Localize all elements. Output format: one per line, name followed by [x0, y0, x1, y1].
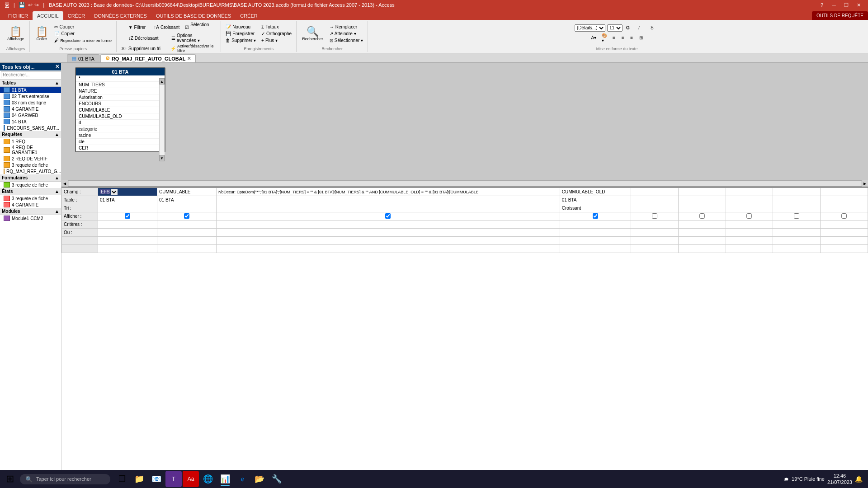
bg-color-btn[interactable]: 🎨▾ [600, 33, 609, 43]
totaux-btn[interactable]: Σ Totaux [259, 24, 293, 30]
field-num-tiers[interactable]: NUM_TIERS [76, 82, 165, 88]
nav-section-tables[interactable]: Tables ▲ [0, 80, 61, 87]
croissant-btn[interactable]: ↑A Croissant [152, 22, 181, 33]
grid-cell-champ-3[interactable]: NbOccur: CpteDom("*";'[01 BTA]';'[NUM_TI… [217, 188, 560, 196]
show-checkbox-5[interactable] [652, 213, 657, 219]
nav-item-3req-fiche-f[interactable]: 3 requete de fiche [0, 182, 61, 188]
h-scroll-right-btn[interactable]: ▶ [862, 180, 868, 187]
taskbar-app-extra[interactable]: 🔧 [269, 471, 285, 487]
affichage-btn[interactable]: 📋 Affichage [5, 25, 27, 42]
nav-item-module1[interactable]: Module1 CCM2 [0, 215, 61, 221]
scroll-down-btn[interactable]: ▼ [159, 155, 165, 161]
show-checkbox-7[interactable] [746, 213, 752, 219]
nav-item-4garantie[interactable]: 4 GARANTIE [0, 106, 61, 112]
align-center-btn[interactable]: ≡ [620, 35, 627, 41]
grid-cell-afficher-8[interactable] [773, 212, 821, 221]
remplacer-btn[interactable]: → Remplacer [328, 24, 365, 30]
field-racine[interactable]: racine [76, 132, 165, 139]
help-btn[interactable]: ? [816, 0, 828, 10]
coller-btn[interactable]: 📋 Coller [33, 25, 51, 42]
tab-donnees-ext[interactable]: DONNÉES EXTERNES [90, 11, 151, 20]
quick-save[interactable]: 💾 [19, 2, 25, 8]
supprimer-tri-btn[interactable]: ✕↑ Supprimer un tri [119, 43, 169, 53]
grid-cell-champ-4[interactable]: CUMMULABLE_OLD [560, 188, 631, 196]
grid-cell-criteres-6[interactable] [678, 221, 726, 229]
copier-btn[interactable]: 📄 Copier [52, 31, 113, 37]
grid-cell-ou-6[interactable] [678, 229, 726, 237]
orthographe-btn[interactable]: ✓ Orthographe [259, 31, 293, 37]
grid-cell-champ-6[interactable] [678, 188, 726, 196]
nav-item-04garweb[interactable]: 04 GARWEB [0, 112, 61, 118]
grid-cell-tri-3[interactable] [217, 204, 560, 212]
tab-accueil[interactable]: ACCUEIL [33, 11, 63, 20]
align-right-btn[interactable]: ≡ [628, 35, 636, 41]
notification-icon[interactable]: 🔔 [855, 475, 863, 483]
taskbar-file-explorer[interactable]: 📁 [131, 471, 147, 487]
align-left-btn[interactable]: ≡ [611, 35, 618, 41]
grid-cell-table-3[interactable] [217, 196, 560, 204]
taskbar-teams[interactable]: T [165, 471, 182, 487]
grid-cell-ou-2[interactable] [157, 229, 217, 237]
options-avancees-btn[interactable]: ☰ Options avancées ▾ [170, 33, 211, 43]
selectionner-btn[interactable]: ⊡ Sélectionner ▾ [328, 38, 365, 43]
atteindre-btn[interactable]: ↗ Atteindre ▾ [328, 31, 365, 37]
doc-tab-01bta[interactable]: ▦ 01 BTA [67, 54, 99, 62]
nav-item-02tiers[interactable]: 02 Tiers entreprise [0, 93, 61, 99]
grid-cell-criteres-5[interactable] [631, 221, 678, 229]
doc-tab-rq-maj[interactable]: ⚙ RQ_MAJ_REF_AUTO_GLOBAL ✕ [100, 54, 196, 62]
grid-lines-btn[interactable]: ⊞ [637, 35, 645, 41]
grid-cell-afficher-7[interactable] [726, 212, 773, 221]
activer-filtre-btn[interactable]: ⚡ Activer/désactiver le filtre [169, 43, 218, 53]
taskbar-excel[interactable]: 📊 [217, 471, 233, 487]
grid-cell-champ-9[interactable] [821, 188, 868, 196]
grid-cell-champ-7[interactable] [726, 188, 773, 196]
field-autorisation[interactable]: Autorisation [76, 94, 165, 101]
grid-cell-table-1[interactable]: 01 BTA [98, 196, 157, 204]
grid-cell-ou-7[interactable] [726, 229, 773, 237]
grid-cell-table-8[interactable] [773, 196, 821, 204]
table-box-header[interactable]: 01 BTA [76, 68, 165, 75]
plus-btn[interactable]: + Plus ▾ [259, 38, 293, 43]
grid-cell-afficher-3[interactable] [217, 212, 560, 221]
supprimer-btn[interactable]: 🗑 Supprimer ▾ [224, 38, 258, 43]
filtre-btn[interactable]: ▼ Filtrer [127, 22, 151, 33]
underline-btn[interactable]: S [649, 25, 659, 31]
field-asterisk[interactable]: * [76, 75, 165, 82]
show-checkbox-4[interactable] [593, 213, 598, 219]
nav-item-3req-fiche[interactable]: 3 requete de fiche [0, 162, 61, 168]
grid-cell-champ-5[interactable] [631, 188, 678, 196]
field-nature[interactable]: NATURE [76, 88, 165, 94]
taskbar-adobe[interactable]: Aa [183, 471, 199, 487]
tab-outils-bdd[interactable]: OUTILS DE BASE DE DONNÉES [151, 11, 236, 20]
nav-item-encours[interactable]: ENCOURS_SANS_AUT... [0, 125, 61, 131]
h-scroll-left-btn[interactable]: ◀ [61, 180, 68, 187]
show-checkbox-6[interactable] [699, 213, 705, 219]
enregistrer-btn[interactable]: 💾 Enregistrer [224, 31, 258, 37]
scroll-up-btn[interactable]: ▲ [159, 78, 165, 84]
grid-cell-criteres-3[interactable] [217, 221, 560, 229]
nav-section-etats[interactable]: États ▲ [0, 188, 61, 195]
taskbar-taskview[interactable]: ❐ [114, 471, 130, 487]
grid-cell-criteres-1[interactable] [98, 221, 157, 229]
quick-undo[interactable]: ↩ [28, 2, 33, 8]
grid-cell-criteres-7[interactable] [726, 221, 773, 229]
nav-item-14bta[interactable]: 14 BTA [0, 118, 61, 125]
tab-outils-requete[interactable]: OUTILS DE REQUÊTE [812, 11, 868, 20]
nouveau-btn[interactable]: 📝 Nouveau [224, 24, 258, 30]
h-scroll-track[interactable] [69, 181, 861, 186]
font-name-select[interactable]: (Détails...) [575, 24, 605, 32]
grid-cell-ou-5[interactable] [631, 229, 678, 237]
grid-cell-ou-1[interactable] [98, 229, 157, 237]
quick-redo[interactable]: ↪ [34, 2, 39, 8]
grid-cell-champ-2[interactable]: CUMMULABLE [157, 188, 217, 196]
close-btn[interactable]: ✕ [853, 0, 864, 10]
taskbar-files[interactable]: 📂 [251, 471, 268, 487]
grid-cell-tri-7[interactable] [726, 204, 773, 212]
show-checkbox-9[interactable] [841, 213, 847, 219]
nav-section-requetes[interactable]: Requêtes ▲ [0, 131, 61, 138]
doc-tab-close-btn[interactable]: ✕ [187, 56, 191, 61]
grid-cell-ou-3[interactable] [217, 229, 560, 237]
nav-search-input[interactable] [1, 71, 61, 78]
taskbar-clock[interactable]: 12:46 21/07/2023 [827, 473, 852, 486]
nav-item-03nom[interactable]: 03 nom des ligne [0, 99, 61, 106]
